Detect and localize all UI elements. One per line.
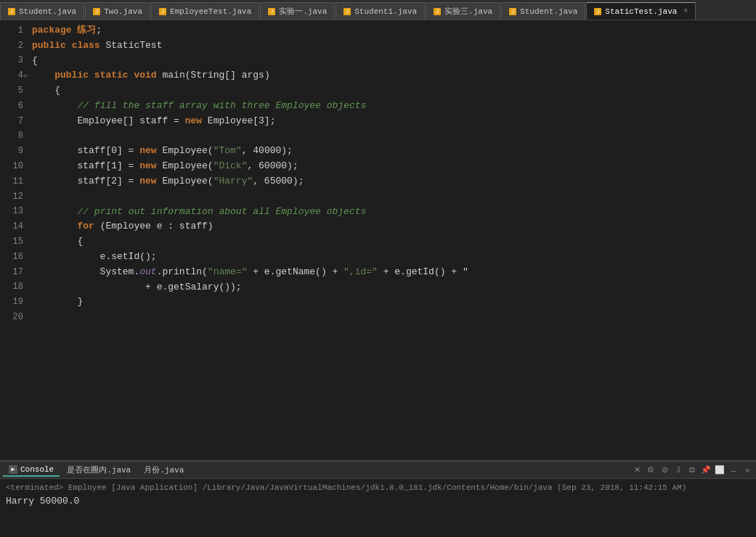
tab-java-icon: J — [344, 8, 351, 15]
code-token: new — [185, 114, 202, 129]
tab-Student1.java[interactable]: JStudent1.java — [336, 2, 425, 20]
code-token: new — [139, 144, 156, 159]
code-token: staff[2] = — [32, 174, 139, 189]
line-number: 3 — [0, 54, 23, 69]
line-number: 16 — [0, 250, 23, 265]
code-token: new — [139, 159, 156, 174]
console-stop-btn[interactable]: ✕ — [631, 464, 643, 476]
code-token — [66, 38, 72, 54]
code-token: 练习 — [77, 23, 96, 38]
line-number: 19 — [0, 295, 23, 310]
code-token: .println( — [157, 265, 208, 280]
console-tab-label: 月份.java — [144, 464, 184, 475]
tab-Student.java[interactable]: JStudent.java — [0, 2, 84, 20]
console-icon: ▶ — [9, 465, 17, 474]
code-token — [89, 68, 94, 83]
tab-label: Student.java — [19, 7, 76, 16]
tab-java-icon: J — [159, 8, 166, 15]
line-number: 13 — [0, 205, 23, 220]
tab-Two.java[interactable]: JTwo.java — [85, 2, 150, 20]
code-token: , 65000); — [253, 174, 304, 189]
code-line — [32, 129, 756, 144]
tab-bar: JStudent.javaJTwo.javaJEmployeeTest.java… — [0, 0, 756, 20]
tab-实验一.java[interactable]: J实验一.java — [260, 2, 335, 20]
console-debug-btn[interactable]: ⚙ — [645, 464, 657, 476]
line-number: 5 — [0, 83, 23, 99]
line-number: 7 — [0, 114, 23, 129]
console-tab-是否在圈内.java[interactable]: 是否在圈内.java — [61, 463, 137, 477]
console-area: ▶Console是否在圈内.java月份.java ✕ ⚙ ⊘ ⇩ ⧉ 📌 ⬜ … — [0, 460, 756, 537]
code-container: 1234⊖567891011121314151617181920 package… — [0, 20, 756, 460]
line-number: 14 — [0, 219, 23, 234]
editor-area: 1234⊖567891011121314151617181920 package… — [0, 20, 756, 460]
code-token: Employee[3]; — [202, 114, 275, 129]
tab-Student.java[interactable]: JStudent.java — [501, 2, 585, 20]
code-token: + e.getName() + — [247, 265, 344, 280]
code-token: + e.getId() + " — [378, 265, 468, 280]
tab-java-icon: J — [268, 8, 275, 15]
code-token — [32, 99, 77, 114]
line-number: 8 — [0, 129, 23, 144]
code-token: class — [72, 38, 100, 54]
code-token: e.setId(); — [32, 250, 157, 265]
console-pin-btn[interactable]: 📌 — [700, 464, 712, 476]
console-copy-btn[interactable]: ⧉ — [686, 464, 698, 476]
tab-label: StaticTest.java — [605, 7, 677, 16]
tab-label: EmployeeTest.java — [170, 7, 251, 16]
code-line — [32, 310, 756, 325]
code-line: staff[0] = new Employee("Tom", 40000); — [32, 144, 756, 159]
tab-java-icon: J — [509, 8, 516, 15]
tab-label: Two.java — [104, 7, 142, 16]
console-tab-label: 是否在圈内.java — [67, 464, 131, 475]
tab-java-icon: J — [8, 8, 15, 15]
tab-实验三.java[interactable]: J实验三.java — [426, 2, 500, 20]
console-result-text: Harry 50000.0 — [6, 494, 750, 509]
tab-label: 实验一.java — [279, 6, 327, 17]
code-token: , 40000); — [242, 144, 293, 159]
code-token: { — [32, 54, 38, 69]
console-scroll-lock-btn[interactable]: ⇩ — [672, 464, 684, 476]
console-tab-月份.java[interactable]: 月份.java — [138, 463, 190, 477]
code-token: void — [134, 68, 156, 83]
console-clear-btn[interactable]: ⊘ — [659, 464, 670, 476]
code-line: public static void main(String[] args) — [32, 68, 756, 83]
console-close-btn[interactable]: × — [741, 464, 753, 476]
code-line: // fill the staff array with three Emplo… — [32, 99, 756, 114]
code-token: System. — [32, 265, 139, 280]
code-token: // fill the staff array with three Emplo… — [77, 99, 366, 114]
tab-label: Student1.java — [354, 7, 417, 16]
code-token: ",id=" — [344, 265, 378, 280]
tab-StaticTest.java[interactable]: JStaticTest.java× — [586, 2, 696, 20]
tab-java-icon: J — [434, 8, 441, 15]
fold-icon[interactable]: ⊖ — [24, 71, 28, 81]
code-token: Employee( — [157, 174, 214, 189]
code-line: public class StaticTest — [32, 38, 756, 54]
line-number: 10 — [0, 159, 23, 174]
line-number: 9 — [0, 144, 23, 159]
console-terminated-text: <terminated> Employee [Java Application]… — [6, 482, 750, 494]
console-output: <terminated> Employee [Java Application]… — [0, 479, 756, 537]
line-number: 18 — [0, 280, 23, 295]
code-line: { — [32, 234, 756, 250]
console-expand-btn[interactable]: ⬜ — [714, 464, 725, 476]
code-line: System.out.println("name=" + e.getName()… — [32, 265, 756, 280]
code-line: // print out information about all Emplo… — [32, 205, 756, 220]
code-token: "name=" — [208, 265, 248, 280]
console-minimize-btn[interactable]: – — [728, 464, 739, 476]
tab-EmployeeTest.java[interactable]: JEmployeeTest.java — [151, 2, 259, 20]
code-token: ; — [96, 23, 102, 38]
code-token: for — [77, 219, 94, 234]
line-number: 17 — [0, 265, 23, 280]
console-tab-Console[interactable]: ▶Console — [3, 464, 60, 477]
code-token: public — [32, 38, 66, 54]
tab-label: Student.java — [520, 7, 577, 16]
code-token — [32, 68, 54, 83]
code-line: { — [32, 54, 756, 69]
code-token: staff[1] = — [32, 159, 139, 174]
code-token: public — [54, 68, 89, 83]
code-token: { — [32, 83, 60, 99]
code-token: Employee( — [157, 144, 214, 159]
line-number: 15 — [0, 234, 23, 250]
tab-close-icon[interactable]: × — [683, 7, 688, 15]
code-token: Employee[] staff = — [32, 114, 185, 129]
